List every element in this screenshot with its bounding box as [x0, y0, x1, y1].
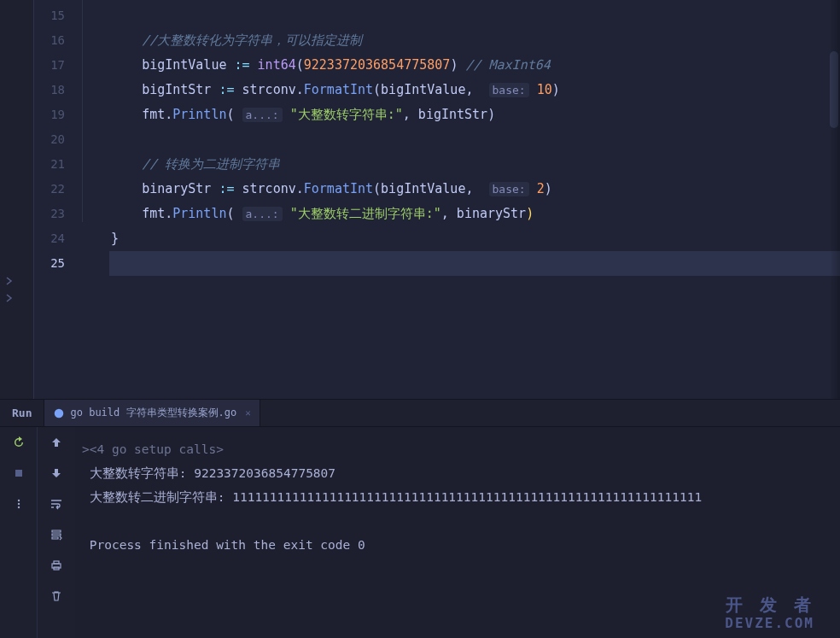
svg-point-4	[17, 506, 19, 508]
run-tab-title: go build 字符串类型转换案例.go	[70, 406, 236, 420]
code-line[interactable]: }	[109, 226, 840, 251]
svg-rect-1	[15, 470, 22, 477]
watermark: 开 发 者 DEVZE.COM	[725, 595, 814, 633]
fold-column	[77, 0, 109, 399]
up-arrow-icon[interactable]	[48, 434, 65, 451]
line-number: 20	[34, 127, 65, 152]
minimap-edge	[830, 0, 840, 399]
scroll-icon[interactable]	[48, 526, 65, 543]
close-icon[interactable]: ✕	[245, 407, 251, 419]
line-number: 24	[34, 226, 65, 251]
code-line[interactable]: bigIntStr := strconv.FormatInt(bigIntVal…	[109, 78, 840, 102]
tree-expand-node[interactable]	[0, 290, 33, 307]
line-number: 23	[34, 202, 65, 226]
run-tab-active[interactable]: go build 字符串类型转换案例.go ✕	[44, 400, 260, 426]
svg-point-3	[17, 503, 19, 505]
console-exit-line: Process finished with the exit code 0	[82, 533, 833, 557]
code-line[interactable]	[109, 127, 840, 152]
soft-wrap-icon[interactable]	[48, 495, 65, 512]
console-line	[82, 509, 833, 533]
line-number: 22	[34, 177, 65, 202]
run-toolbar	[0, 427, 38, 638]
console-line: 大整数转二进制字符串: 1111111111111111111111111111…	[82, 485, 833, 509]
ide-root: 15 16 17 18 19 20 21 22 23 24 25 //大整数转化…	[0, 0, 840, 638]
tree-expand-node[interactable]	[0, 272, 33, 290]
project-tree-gutter	[0, 0, 34, 399]
print-icon[interactable]	[48, 557, 65, 574]
run-panel: Run go build 字符串类型转换案例.go ✕	[0, 399, 840, 638]
code-line[interactable]: // 转换为二进制字符串	[109, 152, 840, 177]
line-number: 17	[34, 53, 65, 78]
svg-point-2	[17, 500, 19, 501]
editor-area: 15 16 17 18 19 20 21 22 23 24 25 //大整数转化…	[0, 0, 840, 399]
code-line[interactable]: binaryStr := strconv.FormatInt(bigIntVal…	[109, 177, 840, 202]
line-number: 21	[34, 152, 65, 177]
line-number-current: 25	[34, 251, 65, 276]
line-number-gutter: 15 16 17 18 19 20 21 22 23 24 25	[34, 0, 77, 399]
svg-point-0	[55, 408, 64, 418]
trash-icon[interactable]	[48, 588, 65, 605]
line-number: 15	[34, 3, 65, 28]
console-fold[interactable]: ><4 go setup calls>	[82, 437, 833, 461]
code-line[interactable]: fmt.Println( a...: "大整数转字符串:", bigIntStr…	[109, 102, 840, 127]
code-line[interactable]: //大整数转化为字符串，可以指定进制	[109, 28, 840, 53]
code-line-current[interactable]	[109, 251, 840, 276]
run-toolbar-2	[38, 427, 75, 638]
line-number: 18	[34, 78, 65, 102]
line-number: 19	[34, 102, 65, 127]
go-file-icon	[53, 407, 65, 419]
run-tab-label[interactable]: Run	[0, 407, 44, 419]
rerun-button[interactable]	[10, 434, 27, 451]
code-line[interactable]: bigIntValue := int64(9223372036854775807…	[109, 53, 840, 78]
run-body: ><4 go setup calls> 大整数转字符串: 92233720368…	[0, 427, 840, 638]
line-number: 16	[34, 28, 65, 53]
code-editor[interactable]: //大整数转化为字符串，可以指定进制 bigIntValue := int64(…	[109, 0, 840, 399]
console-line: 大整数转字符串: 9223372036854775807	[82, 461, 833, 485]
console-output[interactable]: ><4 go setup calls> 大整数转字符串: 92233720368…	[75, 427, 840, 638]
code-line[interactable]: fmt.Println( a...: "大整数转二进制字符串:", binary…	[109, 202, 840, 226]
svg-rect-6	[54, 561, 59, 564]
code-line[interactable]	[109, 3, 840, 28]
stop-button[interactable]	[10, 465, 27, 482]
more-button[interactable]	[10, 495, 27, 512]
run-tabs: Run go build 字符串类型转换案例.go ✕	[0, 400, 840, 427]
down-arrow-icon[interactable]	[48, 465, 65, 482]
